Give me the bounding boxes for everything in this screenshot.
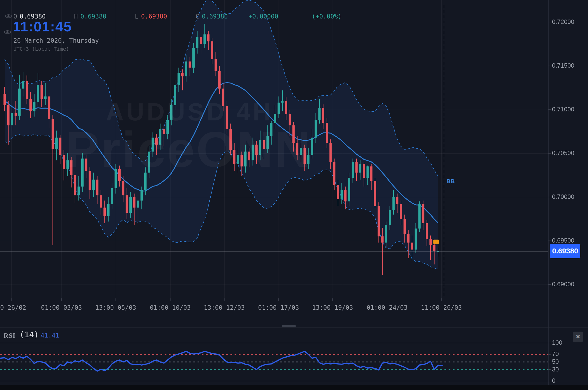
close-rsi-button[interactable]: ✕ [573, 332, 583, 342]
close-value: 0.69380 [202, 13, 228, 20]
time-tick-label: 13:00 19/03 [312, 304, 353, 311]
high-label: H [74, 13, 78, 20]
change-percent: (+0.00%) [312, 13, 342, 20]
low-value: 0.69380 [141, 13, 167, 20]
rsi-tick-label: 100 [552, 339, 562, 346]
rsi-tick-label: 50 [552, 358, 559, 365]
rsi-tick-label: 70 [552, 350, 559, 358]
panel-resize-handle[interactable] [282, 325, 296, 327]
change-value: +0.00000 [248, 13, 278, 20]
price-tick-label: 0.71000 [552, 106, 574, 113]
time-tick-label: 01:00 17/03 [258, 304, 299, 311]
session-clock: 11:01:45 [13, 19, 72, 34]
price-tick-label: 0.69000 [552, 281, 574, 288]
price-tick-label: 0.69500 [552, 237, 574, 244]
rsi-value: 41.41 [41, 332, 59, 339]
bb-indicator-tag: BB [447, 178, 455, 185]
rsi-period: (14) [20, 330, 39, 339]
time-tick-label: 13:00 05/03 [95, 304, 136, 311]
price-tick-label: 0.71500 [552, 62, 574, 69]
close-label: C [195, 13, 199, 20]
timezone-text: UTC+3 (Local Time) [13, 46, 69, 52]
time-tick-label: 00 26/02 [0, 304, 26, 311]
time-tick-label: 01:00 24/03 [367, 304, 408, 311]
close-icon: ✕ [575, 333, 581, 340]
price-tick-label: 0.72000 [552, 18, 574, 25]
chart-canvas[interactable] [0, 0, 588, 390]
time-tick-label: 13:00 12/03 [204, 304, 245, 311]
current-price-label: 0.69380 [550, 244, 580, 258]
low-label: L [135, 13, 138, 20]
time-tick-label: 01:00 03/03 [41, 304, 82, 311]
price-tick-label: 0.70000 [552, 193, 574, 200]
high-value: 0.69380 [81, 13, 106, 20]
rsi-title: RSI [4, 332, 15, 340]
rsi-tick-label: 0 [552, 377, 555, 384]
price-tick-label: 0.70500 [552, 149, 574, 157]
time-tick-label: 01:00 10/03 [150, 304, 191, 311]
visibility-eye-icon[interactable] [5, 13, 12, 20]
watermark-brand: PriceONN [66, 120, 312, 178]
time-tick-label: 11:00 26/03 [421, 304, 462, 311]
rsi-tick-label: 30 [552, 366, 559, 373]
visibility-eye-icon-2[interactable] [4, 29, 11, 36]
date-text: 26 March 2026, Thursday [13, 37, 99, 44]
trading-chart-app: O0.69380 H0.69380 L0.69380 C0.69380 +0.0… [0, 0, 588, 390]
